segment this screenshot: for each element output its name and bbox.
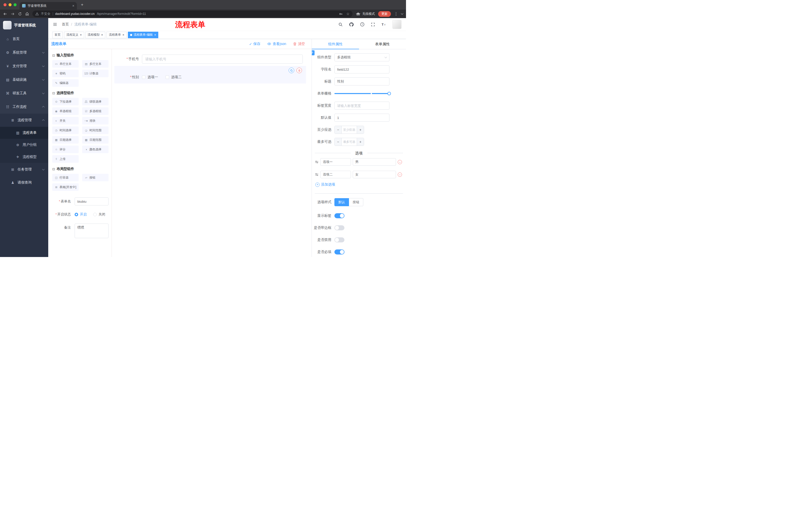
tag-process-form[interactable]: 流程表单 × (107, 32, 127, 38)
grid-slider[interactable] (335, 89, 389, 98)
palette-item-single-text[interactable]: ▭单行文本 (52, 60, 79, 67)
new-tab-button[interactable]: + (81, 2, 83, 7)
sidebar-item-process-form[interactable]: ▥ 流程表单 (0, 127, 48, 139)
help-icon[interactable]: ? (360, 22, 365, 27)
hamburger-icon[interactable] (53, 22, 57, 27)
home-icon[interactable] (25, 12, 29, 16)
default-value-input[interactable] (335, 114, 389, 122)
style-button-button[interactable]: 按钮 (349, 198, 363, 206)
option-value-input[interactable] (353, 158, 396, 166)
increase-button[interactable]: + (357, 126, 364, 134)
sidebar-item-process-model[interactable]: ✈ 流程模型 (0, 151, 48, 163)
close-window-button[interactable] (3, 3, 6, 6)
palette-item-time-range[interactable]: ◶时间范围 (82, 127, 109, 134)
browser-tab[interactable]: 芋道管理系统 × (20, 2, 77, 9)
link-icon[interactable] (312, 50, 315, 55)
disabled-toggle[interactable] (335, 237, 344, 242)
browser-menu-icon[interactable]: ⋮ (394, 11, 398, 16)
search-icon[interactable] (339, 22, 343, 27)
delete-component-button[interactable] (296, 67, 302, 73)
tag-close-icon[interactable]: × (122, 33, 124, 37)
forward-icon[interactable] (10, 12, 15, 16)
remove-option-button[interactable]: − (398, 172, 402, 177)
show-label-toggle[interactable] (335, 213, 344, 218)
remove-option-button[interactable]: − (398, 160, 402, 164)
palette-item-cascader[interactable]: 品级联选择 (82, 98, 109, 105)
option-label-input[interactable] (320, 171, 351, 178)
sidebar-item-user-group[interactable]: ⊚ 用户分组 (0, 139, 48, 151)
canvas-field-gender-selected[interactable]: *性别 选项一 选项二 (114, 66, 306, 83)
max-select-stepper[interactable]: − + (335, 138, 364, 146)
add-option-button[interactable]: + 添加选项 (315, 182, 406, 187)
sidebar-item-system[interactable]: ⚙ 系统管理 (0, 46, 48, 59)
border-toggle[interactable] (335, 225, 344, 231)
required-toggle[interactable] (335, 249, 344, 254)
palette-item-upload[interactable]: ⇧上传 (52, 155, 79, 163)
breadcrumb-home[interactable]: 首页 (62, 22, 69, 27)
maximize-window-button[interactable] (13, 3, 17, 6)
slider-handle[interactable] (387, 92, 391, 95)
palette-item-row-container[interactable]: ◫行容器 (52, 174, 79, 181)
decrease-button[interactable]: − (335, 138, 342, 145)
min-select-input[interactable] (342, 126, 357, 134)
status-off-radio[interactable]: 关闭 (93, 212, 105, 217)
minimize-window-button[interactable] (8, 3, 11, 6)
decrease-button[interactable]: − (335, 126, 342, 134)
tab-close-icon[interactable]: × (72, 4, 75, 8)
chevron-down-icon[interactable] (401, 12, 404, 15)
fullscreen-icon[interactable] (371, 22, 375, 27)
tag-close-icon[interactable]: × (80, 33, 82, 37)
back-icon[interactable] (3, 12, 7, 16)
form-name-input[interactable] (75, 197, 109, 206)
gender-option1-checkbox[interactable]: 选项一 (142, 75, 158, 79)
copy-component-button[interactable] (289, 67, 294, 73)
palette-item-rate[interactable]: ☆评分 (52, 145, 79, 153)
palette-item-checkbox-group[interactable]: ☑多选框组 (82, 107, 109, 115)
avatar[interactable] (393, 20, 402, 29)
browser-update-button[interactable]: 更新 (378, 11, 391, 17)
reload-icon[interactable] (18, 12, 22, 16)
clear-button[interactable]: 清空 (293, 42, 305, 46)
palette-item-table[interactable]: ⊞表格[开发中] (52, 183, 79, 191)
field-name-input[interactable] (335, 65, 389, 74)
style-default-button[interactable]: 默认 (335, 198, 349, 206)
gender-option2-checkbox[interactable]: 选项二 (166, 75, 182, 79)
palette-item-counter[interactable]: 123计数器 (82, 70, 109, 77)
palette-item-multi-text[interactable]: ▤多行文本 (82, 60, 109, 67)
palette-item-date-picker[interactable]: ▦日期选择 (52, 136, 79, 143)
github-icon[interactable] (349, 22, 354, 27)
password-key-icon[interactable] (339, 12, 343, 16)
palette-item-select[interactable]: ⊙下拉选择 (52, 98, 79, 105)
palette-item-radio-group[interactable]: ◉单选框组 (52, 107, 79, 115)
palette-item-editor[interactable]: ✎编辑器 (52, 79, 79, 87)
tag-process-form-edit[interactable]: 流程表单-编辑 × (128, 32, 158, 38)
palette-item-time-picker[interactable]: ◷时间选择 (52, 127, 79, 134)
view-json-button[interactable]: 查看json (267, 42, 286, 46)
sidebar-item-leave-query[interactable]: ♟ 请假查询 (0, 176, 48, 189)
palette-item-slider[interactable]: ─●滑块 (82, 117, 109, 125)
tag-process-model[interactable]: 流程模型 × (85, 32, 106, 38)
status-on-radio[interactable]: 开启 (75, 212, 87, 217)
address-bar[interactable]: 不安全 dashboard.yudao.iocoder.cn/bpm/manag… (32, 10, 352, 17)
component-type-select[interactable]: 多选框组 (335, 53, 389, 61)
tab-form-props[interactable]: 表单属性 (359, 39, 406, 49)
increase-button[interactable]: + (357, 138, 364, 145)
max-select-input[interactable] (342, 138, 357, 145)
palette-item-date-range[interactable]: ▩日期范围 (82, 136, 109, 143)
drag-handle-icon[interactable] (315, 160, 319, 164)
label-width-input[interactable] (335, 102, 389, 110)
option-label-input[interactable] (320, 158, 351, 166)
sidebar-item-task-management[interactable]: ⊞ 任务管理 (0, 163, 48, 176)
tag-close-icon[interactable]: × (154, 33, 156, 37)
phone-input[interactable] (142, 55, 303, 64)
title-input[interactable] (335, 77, 389, 85)
save-button[interactable]: ✓ 保存 (249, 42, 261, 46)
option-value-input[interactable] (353, 171, 396, 178)
palette-item-switch[interactable]: ◐开关 (52, 117, 79, 125)
remark-textarea[interactable]: 嘿嘿 (75, 223, 109, 238)
sidebar-item-infrastructure[interactable]: ▤ 基础设施 (0, 73, 48, 86)
sidebar-item-process-management[interactable]: ≣ 流程管理 (0, 114, 48, 127)
sidebar-item-devtools[interactable]: ⌘ 研发工具 (0, 86, 48, 100)
sidebar-item-workflow[interactable]: ☷ 工作流程 (0, 100, 48, 114)
min-select-stepper[interactable]: − + (335, 126, 364, 134)
